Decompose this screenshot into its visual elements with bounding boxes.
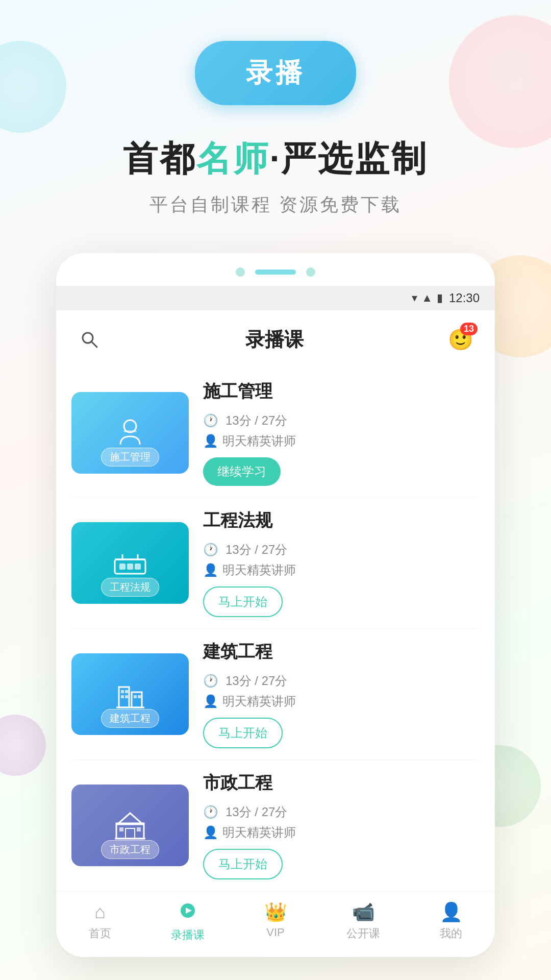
svg-rect-14 [125,690,128,693]
live-icon: 📹 [352,901,375,923]
course-thumb-shigong[interactable]: 施工管理 [71,392,189,474]
course-thumb-label-shigong: 施工管理 [101,448,159,467]
luzbo-button[interactable]: 录播 [195,41,356,105]
course-info-shigong: 施工管理 🕐 13分 / 27分 👤 明天精英讲师 继续学习 [203,380,480,486]
status-bar: ▾ ▲ ▮ 12:30 [56,286,495,310]
wifi-icon: ▾ [412,291,417,305]
nav-item-home[interactable]: ⌂ 首页 [56,901,144,943]
battery-icon: ▮ [437,291,443,305]
start-button-shizheng[interactable]: 马上开始 [203,849,283,879]
course-teacher-shizheng: 👤 明天精英讲师 [203,824,480,841]
tagline: 首都名师·严选监制 [123,136,429,182]
app-topbar: 录播课 🙂 13 [56,310,495,363]
tagline-sep: · [270,139,282,178]
course-info-gongcheng: 工程法规 🕐 13分 / 27分 👤 明天精英讲师 马上开始 [203,509,480,617]
svg-rect-8 [135,564,141,570]
tagline-highlight: 名师 [196,139,270,178]
nav-label-vip: VIP [266,926,284,939]
course-thumb-label-shizheng: 市政工程 [101,840,159,859]
svg-rect-7 [127,564,133,570]
course-name-gongcheng: 工程法规 [203,509,480,532]
tagline-part2: 严选监制 [281,139,428,178]
luzbo-icon [179,901,197,924]
clock-icon-2: 🕐 [203,543,218,557]
course-thumb-label-gongcheng: 工程法规 [101,578,159,597]
svg-rect-22 [126,828,135,839]
person-icon-4: 👤 [203,825,218,840]
course-list: 施工管理 施工管理 🕐 13分 / 27分 👤 明天精英讲师 继续学习 [56,363,495,891]
message-badge: 13 [460,323,478,335]
dot-line [255,270,296,275]
message-button[interactable]: 🙂 13 [447,326,474,353]
svg-rect-3 [123,430,137,432]
nav-label-luzbo: 录播课 [171,927,205,943]
course-time-shizheng: 13分 / 27分 [226,804,287,820]
vip-icon: 👑 [264,901,287,923]
course-item-jianzhu: 建筑工程 建筑工程 🕐 13分 / 27分 👤 明天精英讲师 马上开始 [71,629,480,760]
course-icon-shizheng [112,809,148,842]
clock-icon-3: 🕐 [203,674,218,688]
start-button-gongcheng[interactable]: 马上开始 [203,586,283,617]
nav-item-mine[interactable]: 👤 我的 [407,901,495,943]
dot-2 [306,267,315,277]
clock-icon: 🕐 [203,413,218,428]
course-teacher-jianzhu: 👤 明天精英讲师 [203,693,480,709]
nav-label-home: 首页 [89,926,111,941]
bg-decoration-5 [0,715,46,776]
course-info-jianzhu: 建筑工程 🕐 13分 / 27分 👤 明天精英讲师 马上开始 [203,640,480,748]
svg-rect-18 [138,695,141,698]
course-info-shizheng: 市政工程 🕐 13分 / 27分 👤 明天精英讲师 马上开始 [203,771,480,879]
course-meta-shizheng: 🕐 13分 / 27分 [203,804,480,820]
clock-icon-4: 🕐 [203,805,218,819]
svg-rect-15 [121,695,124,698]
course-thumb-gongcheng[interactable]: 工程法规 [71,522,189,604]
svg-rect-13 [121,690,124,693]
course-thumb-jianzhu[interactable]: 建筑工程 [71,653,189,735]
start-button-jianzhu[interactable]: 马上开始 [203,718,283,748]
course-icon-jianzhu [114,678,147,711]
svg-line-1 [91,341,97,347]
dot-1 [236,267,245,277]
nav-item-vip[interactable]: 👑 VIP [232,901,319,943]
course-item-shizheng: 市政工程 市政工程 🕐 13分 / 27分 👤 明天精英讲师 马上开始 [71,760,480,891]
svg-rect-6 [119,564,126,570]
person-icon: 👤 [203,434,218,448]
dots-indicator [56,253,495,286]
course-teacher-gongcheng: 👤 明天精英讲师 [203,562,480,578]
svg-rect-17 [134,695,137,698]
app-title: 录播课 [245,327,304,353]
course-meta-shigong: 🕐 13分 / 27分 [203,412,480,429]
status-icons: ▾ ▲ ▮ [412,291,443,305]
svg-rect-24 [137,827,141,831]
signal-icon: ▲ [421,291,433,305]
course-thumb-label-jianzhu: 建筑工程 [101,709,159,728]
nav-label-live: 公开课 [346,926,380,941]
course-item-gongcheng: 工程法规 工程法规 🕐 13分 / 27分 👤 明天精英讲师 马上开始 [71,498,480,629]
course-name-shizheng: 市政工程 [203,771,480,795]
svg-rect-23 [119,827,123,831]
course-name-shigong: 施工管理 [203,380,480,403]
home-icon: ⌂ [94,901,106,923]
svg-rect-16 [125,695,128,698]
course-teacher-shigong: 👤 明天精英讲师 [203,433,480,449]
phone-mockup: ▾ ▲ ▮ 12:30 录播课 🙂 13 [56,253,495,957]
nav-item-luzbo[interactable]: 录播课 [144,901,232,943]
search-button[interactable] [77,327,102,352]
mine-icon: 👤 [440,901,463,923]
course-meta-jianzhu: 🕐 13分 / 27分 [203,673,480,689]
nav-item-live[interactable]: 📹 公开课 [319,901,407,943]
course-meta-gongcheng: 🕐 13分 / 27分 [203,542,480,558]
svg-rect-12 [132,692,142,707]
person-icon-3: 👤 [203,694,218,708]
header-section: 录播 首都名师·严选监制 平台自制课程 资源免费下载 [0,0,551,217]
continue-button-shigong[interactable]: 继续学习 [203,457,281,486]
course-time-gongcheng: 13分 / 27分 [226,542,287,558]
course-icon-gongcheng [112,549,148,577]
nav-label-mine: 我的 [440,926,462,941]
tagline-part1: 首都 [123,139,196,178]
person-icon-2: 👤 [203,563,218,577]
course-thumb-shizheng[interactable]: 市政工程 [71,785,189,866]
course-time-shigong: 13分 / 27分 [226,412,287,429]
bottom-nav: ⌂ 首页 录播课 👑 VIP 📹 公开课 👤 我的 [56,891,495,957]
course-icon-shigong [112,415,148,451]
